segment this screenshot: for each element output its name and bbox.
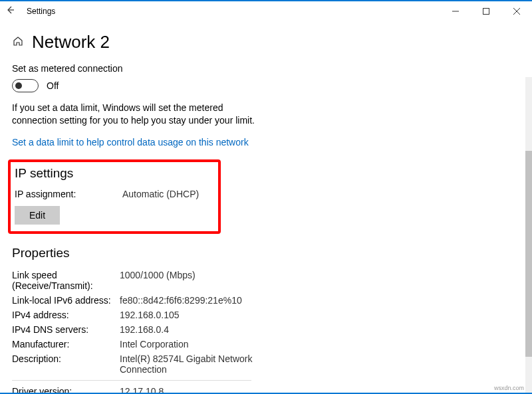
metered-description: If you set a data limit, Windows will se… <box>12 102 258 127</box>
scrollbar-thumb[interactable] <box>525 151 532 357</box>
prop-label: IPv4 DNS servers: <box>12 324 120 335</box>
ip-settings-title: IP settings <box>12 166 211 181</box>
svg-rect-2 <box>483 9 489 15</box>
maximize-button[interactable] <box>471 1 501 21</box>
back-button[interactable] <box>5 5 15 17</box>
edit-button[interactable]: Edit <box>15 206 60 225</box>
prop-value: 192.168.0.105 <box>120 310 180 320</box>
data-limit-link[interactable]: Set a data limit to help control data us… <box>12 137 249 148</box>
home-icon[interactable] <box>12 35 24 50</box>
prop-value: Intel Corporation <box>120 339 189 349</box>
minimize-button[interactable] <box>440 1 471 21</box>
titlebar: Settings <box>0 1 532 21</box>
prop-value: 192.168.0.4 <box>120 324 169 335</box>
page-header: Network 2 <box>12 32 520 52</box>
close-button[interactable] <box>501 1 532 21</box>
prop-label: IPv4 address: <box>12 310 120 320</box>
metered-label: Set as metered connection <box>12 63 520 74</box>
watermark: wsxdn.com <box>494 385 524 391</box>
window-title: Settings <box>27 7 55 16</box>
page-title: Network 2 <box>32 32 110 52</box>
prop-value: Intel(R) 82574L Gigabit Network Connecti… <box>120 353 253 375</box>
prop-label: Link speed (Receive/Transmit): <box>12 270 120 291</box>
prop-value: 12.17.10.8 <box>120 386 164 394</box>
ip-assignment-label: IP assignment: <box>15 189 122 199</box>
properties-title: Properties <box>12 246 520 260</box>
prop-label: Driver version: <box>12 386 120 394</box>
separator <box>12 380 251 381</box>
prop-value: 1000/1000 (Mbps) <box>120 270 196 291</box>
prop-label: Link-local IPv6 address: <box>12 295 120 306</box>
prop-value: fe80::8d42:f6f6:8299:21e%10 <box>120 295 242 306</box>
prop-label: Manufacturer: <box>12 339 120 349</box>
metered-state: Off <box>47 80 59 91</box>
ip-assignment-value: Automatic (DHCP) <box>122 189 199 199</box>
metered-toggle[interactable] <box>12 79 39 92</box>
prop-label: Description: <box>12 353 120 375</box>
ip-settings-highlight: IP settings IP assignment: Automatic (DH… <box>8 159 221 234</box>
